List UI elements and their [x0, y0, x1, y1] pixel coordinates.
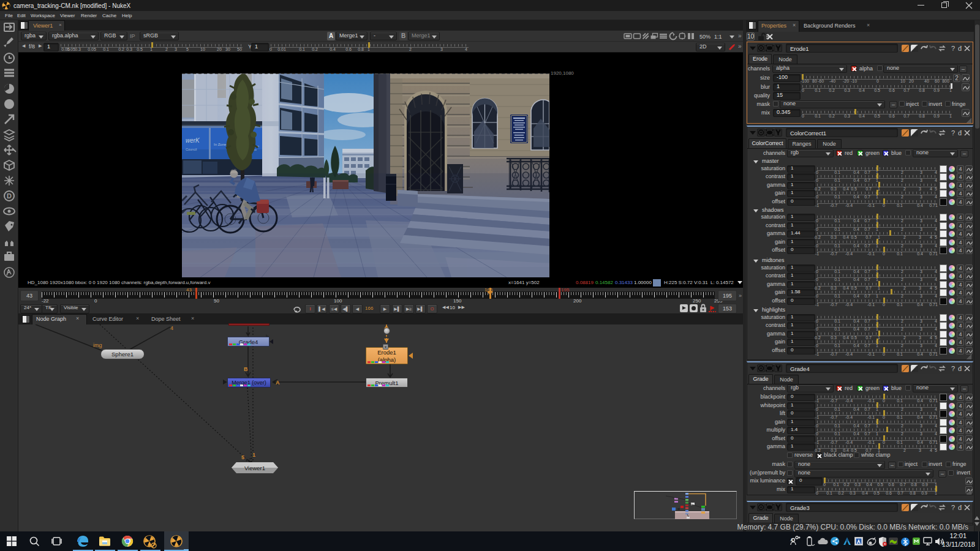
svg-text:D: D [7, 192, 12, 200]
svg-text:đ: đ [958, 129, 962, 137]
svg-text:?: ? [951, 365, 955, 372]
svg-text:?: ? [951, 45, 955, 52]
svg-text:Viewer1: Viewer1 [244, 465, 265, 471]
svg-text:đ: đ [958, 365, 962, 372]
svg-text:đ: đ [958, 504, 962, 511]
svg-text:?: ? [951, 129, 955, 137]
svg-text:?: ? [951, 504, 955, 511]
svg-text:đ: đ [958, 45, 962, 52]
